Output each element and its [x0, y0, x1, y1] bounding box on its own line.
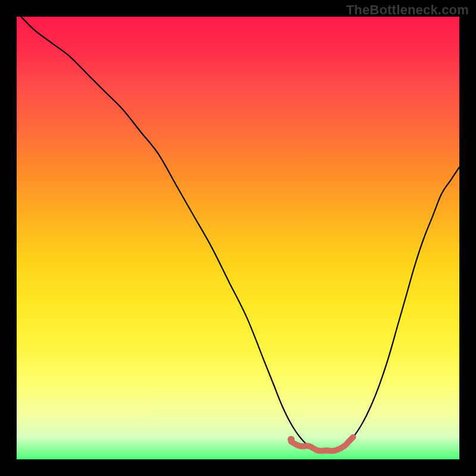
chart-frame: TheBottleneck.com [0, 0, 476, 476]
plot-area [17, 17, 459, 459]
bottleneck-minimum-highlight [17, 17, 459, 459]
svg-point-0 [287, 436, 295, 443]
watermark-text: TheBottleneck.com [346, 2, 469, 18]
